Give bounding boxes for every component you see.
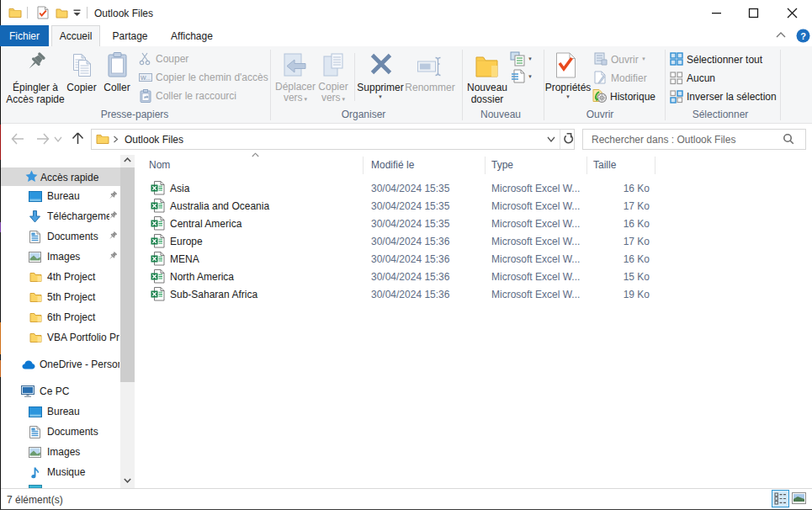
svg-text:W...: W... bbox=[141, 75, 151, 81]
svg-text:?: ? bbox=[800, 31, 806, 41]
